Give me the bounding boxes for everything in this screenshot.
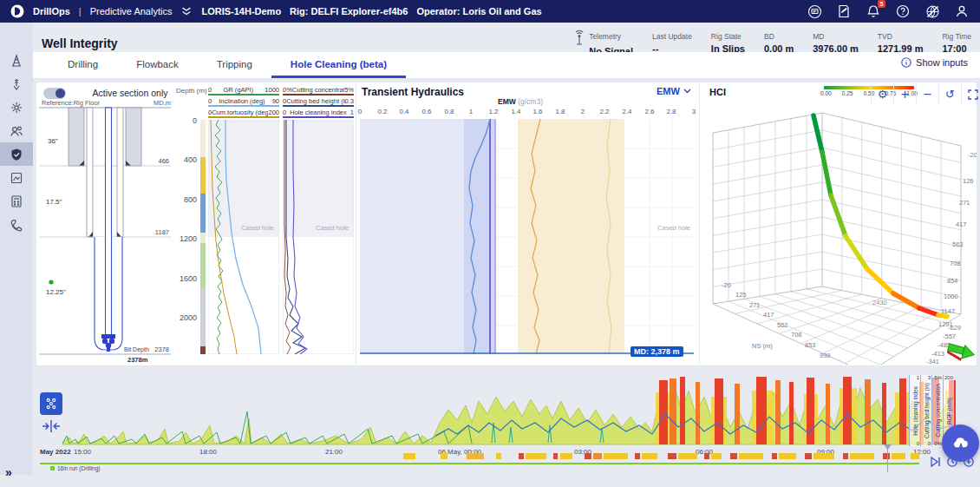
panel-divider [699, 83, 700, 365]
depth-axis-header: Depth (m) [176, 87, 207, 95]
emw-tick: 0.8 [438, 108, 461, 115]
ns-tick: 562 [777, 321, 788, 329]
app-name: DrillOps [33, 6, 70, 16]
bell-icon[interactable]: 5 [866, 3, 881, 19]
z-tick: 563 [952, 240, 964, 248]
comment-icon[interactable] [807, 3, 822, 19]
depth-tick: 1200 [173, 234, 197, 243]
md-depth-badge: MD: 2,378 m [630, 346, 683, 357]
fit-width-icon [42, 419, 61, 433]
emw-tick: 1.2 [482, 108, 505, 115]
zoom-out-icon[interactable]: − [916, 83, 938, 105]
emw-tick: 2.2 [593, 108, 616, 115]
axis-strip-cutting-concentration: 5%Cutting concentration0% [931, 375, 943, 446]
activity-marker-bar [399, 453, 919, 461]
notification-badge: 5 [878, 0, 885, 8]
z-tick: 1000 [944, 293, 958, 300]
sidebar-item-rig[interactable] [0, 49, 33, 72]
depth-tick: 2000 [173, 313, 197, 322]
z-tick: 126 [963, 177, 974, 185]
tab-hole-cleaning[interactable]: Hole Cleaning (beta) [271, 52, 406, 78]
gear-icon[interactable]: ⚙ [871, 83, 893, 105]
undo-icon[interactable]: ↺ [938, 83, 961, 105]
time-cursor-handle[interactable] [884, 444, 892, 450]
axis-strip-cutting-bed-height: 3Cutting bed height (in)0 [920, 375, 931, 446]
ns-tick: 271 [749, 301, 761, 309]
hole-size-36: 36" [48, 137, 58, 145]
tab-flowback[interactable]: Flowback [117, 52, 198, 78]
emw-tick: 2.8 [660, 108, 683, 115]
panel-divider [356, 83, 356, 365]
fullscreen-icon[interactable] [961, 83, 980, 105]
help-icon[interactable] [895, 3, 911, 19]
ns-tick: 708 [791, 331, 802, 339]
emw-tick: 0.4 [393, 108, 415, 115]
log-track2-header: 0%Cutting concentration5% 0Cutting bed h… [283, 84, 354, 118]
cased-hole-label: Cased hole [288, 224, 349, 232]
info-icon [901, 57, 911, 68]
fit-width-button[interactable] [42, 419, 61, 433]
rig-fab-button[interactable] [942, 424, 979, 462]
dots-grid-button[interactable] [40, 392, 62, 415]
emw-axis-title: EMW (g/cm3) [468, 97, 572, 106]
rig-name: Rig: DELFI Explorer-ef4b6 [290, 6, 408, 16]
sidebar-item-drilling[interactable] [0, 72, 33, 95]
profile-icon[interactable] [954, 3, 970, 19]
expand-sidebar-button[interactable]: » [5, 465, 12, 479]
report-icon[interactable] [836, 3, 852, 19]
emw-tick: 1 [460, 108, 482, 115]
depth-tick: 400 [173, 155, 197, 164]
log-track1-plot[interactable] [208, 120, 279, 354]
sidebar-item-support[interactable] [0, 213, 33, 236]
sidebar-item-well-integrity[interactable] [0, 142, 33, 166]
log-track2-plot[interactable] [283, 120, 354, 354]
well-selector-icon[interactable] [180, 6, 193, 17]
schematic-reference-label: Reference:Rig Floor [42, 99, 101, 107]
ew-tick: -629 [948, 324, 961, 332]
ew-tick: -341 [926, 358, 939, 365]
tab-drilling[interactable]: Drilling [49, 52, 117, 78]
page-title: Well Integrity [42, 36, 118, 50]
hydraulics-curve-dropdown[interactable]: EMW [657, 86, 691, 96]
emw-tick: 2 [572, 108, 594, 115]
depth-tick: 800 [173, 195, 197, 204]
time-tick: 15:00 [65, 448, 100, 456]
transient-hydraulics-plot[interactable] [360, 119, 694, 355]
hole-size-175: 17.5" [46, 198, 62, 206]
axis-strip-hole-cleaning-index: 1Hole cleaning index0 [909, 375, 920, 446]
z-tick: 854 [947, 277, 958, 285]
emw-tick: 1.4 [505, 108, 527, 115]
zoom-in-icon[interactable]: + [893, 83, 916, 105]
chevron-down-icon [683, 89, 691, 94]
sidebar-item-crew[interactable] [0, 119, 33, 142]
hci-3d-trajectory-plot[interactable]: -20 126 271 417 563 708 854 1000 1147 12… [702, 109, 977, 365]
emw-tick: 2.6 [638, 108, 661, 115]
operator-name: Operator: Loris Oil and Gas [416, 6, 541, 16]
run-color-chip [50, 466, 55, 471]
lithology-strip [200, 120, 206, 354]
left-icon-sidebar [0, 23, 33, 475]
metric-label: Telemetry [589, 32, 621, 41]
ew-tick: -413 [931, 350, 944, 358]
skip-end-icon[interactable] [930, 456, 942, 468]
network-off-icon[interactable] [924, 3, 940, 19]
well-name[interactable]: LORIS-14H-Demo [201, 6, 281, 16]
sidebar-item-calculator[interactable] [0, 189, 33, 213]
north-arrow-icon [946, 341, 977, 364]
sidebar-item-optimization[interactable] [0, 95, 33, 119]
run-duration-bar [40, 463, 919, 464]
z-tick: 417 [956, 220, 967, 228]
sidebar-item-reports[interactable] [0, 166, 33, 189]
tab-tripping[interactable]: Tripping [198, 52, 271, 78]
time-log-chart[interactable] [62, 375, 956, 446]
z-tick: -20 [968, 151, 977, 159]
ew-tick: -557 [943, 332, 956, 340]
hole-size-1225: 12.25" [46, 288, 66, 296]
emw-tick: 2.4 [616, 108, 638, 115]
dropdown-value: EMW [657, 86, 680, 96]
cased-hole-label: Cased hole [213, 224, 274, 232]
time-cursor[interactable] [887, 446, 888, 472]
show-inputs-button[interactable]: Show inputs [901, 57, 968, 68]
rig-fab-icon [950, 432, 972, 455]
telemetry-icon [574, 27, 585, 48]
